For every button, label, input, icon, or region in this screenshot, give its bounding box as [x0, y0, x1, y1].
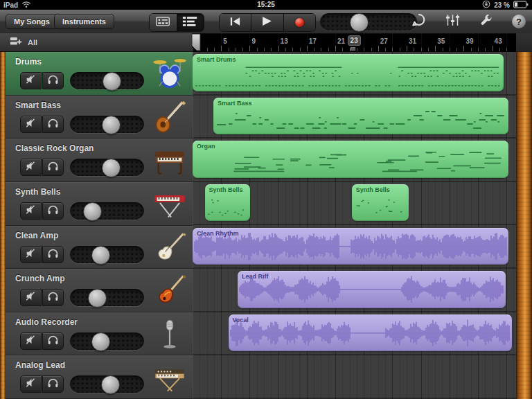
solo-button[interactable]: [42, 246, 64, 263]
track-row-analog-lead[interactable]: Analog Lead: [6, 355, 193, 399]
track-row-synth-bells[interactable]: Synth Bells: [6, 182, 193, 226]
ruler-bar-label: 27: [380, 37, 388, 45]
mute-speaker-icon: [25, 118, 37, 131]
track-volume-slider[interactable]: [70, 159, 144, 176]
mute-button[interactable]: [20, 72, 42, 89]
solo-button[interactable]: [42, 202, 64, 220]
ruler-bar-label: 9: [251, 37, 256, 45]
help-button[interactable]: ?: [510, 12, 528, 31]
volume-knob[interactable]: [91, 332, 110, 351]
record-icon: [295, 18, 304, 27]
region-smart-drums[interactable]: Smart Drums: [193, 54, 504, 91]
track-volume-slider[interactable]: [70, 332, 144, 350]
rewind-button[interactable]: [220, 14, 251, 31]
track-volume-slider[interactable]: [70, 72, 144, 89]
volume-knob[interactable]: [91, 246, 110, 265]
track-buttons: [20, 375, 64, 393]
ruler-tick: [300, 48, 301, 51]
track-volume-slider[interactable]: [70, 246, 144, 263]
master-volume-knob[interactable]: [350, 13, 369, 32]
region-smart-bass[interactable]: Smart Bass: [213, 98, 508, 135]
track-row-clean-amp[interactable]: Clean Amp: [6, 226, 193, 269]
mute-button[interactable]: [20, 246, 42, 263]
track-name: Classic Rock Organ: [15, 143, 94, 153]
bar-23-marker[interactable]: 23: [348, 35, 361, 46]
track-volume-slider[interactable]: [70, 202, 144, 220]
volume-knob[interactable]: [102, 159, 121, 177]
play-button[interactable]: [251, 14, 283, 31]
ruler-tick: [478, 48, 479, 51]
track-row-drums[interactable]: Drums: [6, 52, 193, 96]
track-row-audio-recorder[interactable]: Audio Recorder: [6, 312, 193, 356]
analog-synth-icon: [150, 358, 189, 396]
settings-button[interactable]: [477, 12, 495, 31]
region-lead-riff[interactable]: Lead Riff: [238, 271, 506, 308]
region-synth-bells[interactable]: Synth Bells: [352, 184, 409, 222]
main-area: DrumsSmart BassClassic Rock OrganSynth B…: [0, 52, 532, 399]
track-volume-slider[interactable]: [70, 289, 144, 306]
volume-knob[interactable]: [102, 116, 121, 134]
mute-button[interactable]: [20, 375, 42, 393]
solo-button[interactable]: [42, 72, 64, 89]
ruler-tick: [264, 48, 265, 51]
track-row-crunch-amp[interactable]: Crunch Amp: [6, 269, 193, 312]
play-icon: [261, 16, 273, 29]
track-settings-button[interactable]: [443, 12, 461, 31]
tracks-view-button[interactable]: [177, 14, 204, 31]
track-name: Crunch Amp: [15, 274, 65, 283]
volume-knob[interactable]: [101, 375, 120, 394]
my-songs-button[interactable]: My Songs: [6, 14, 58, 29]
ruler-tick: [456, 48, 457, 51]
track-volume-slider[interactable]: [70, 116, 144, 133]
track-filter-all[interactable]: All: [0, 33, 193, 52]
solo-button[interactable]: [42, 159, 64, 176]
mute-speaker-icon: [25, 291, 37, 304]
solo-button[interactable]: [42, 332, 64, 350]
mute-button[interactable]: [20, 159, 42, 176]
master-volume-slider[interactable]: [320, 13, 417, 30]
mute-button[interactable]: [20, 116, 42, 133]
volume-knob[interactable]: [88, 289, 107, 308]
headphones-icon: [47, 161, 59, 174]
mute-button[interactable]: [20, 289, 42, 306]
track-name: Audio Recorder: [15, 317, 78, 327]
headphones-icon: [47, 291, 59, 304]
ruler-tick: [292, 48, 293, 51]
record-button[interactable]: [283, 14, 315, 31]
track-volume-slider[interactable]: [70, 375, 144, 393]
region-vocal[interactable]: Vocal: [229, 314, 513, 352]
solo-button[interactable]: [42, 289, 64, 306]
volume-knob[interactable]: [103, 72, 121, 91]
volume-knob[interactable]: [83, 202, 102, 221]
track-row-classic-rock-organ[interactable]: Classic Rock Organ: [6, 139, 193, 182]
ruler-tick: [314, 48, 314, 51]
mute-button[interactable]: [20, 202, 42, 220]
ruler-tick: [278, 46, 279, 51]
ruler-tick: [214, 48, 215, 51]
battery-icon: [513, 1, 529, 10]
region-clean-rhythm[interactable]: Clean Rhythm: [193, 228, 508, 265]
instruments-button[interactable]: Instruments: [54, 14, 114, 29]
timeline-ruler[interactable]: 59131721273135394323: [193, 33, 516, 53]
solo-button[interactable]: [42, 116, 64, 133]
region-synth-bells[interactable]: Synth Bells: [205, 184, 251, 222]
ruler-tick: [414, 48, 414, 51]
playhead-marker[interactable]: [191, 33, 201, 55]
track-buttons: [20, 116, 64, 133]
ruler-tick: [421, 48, 422, 51]
track-buttons: [20, 72, 64, 89]
region-label: Clean Rhythm: [197, 230, 239, 237]
solo-button[interactable]: [42, 375, 64, 393]
instrument-view-button[interactable]: [150, 14, 177, 31]
region-label: Lead Riff: [242, 273, 269, 280]
track-row-smart-bass[interactable]: Smart Bass: [6, 96, 193, 139]
track-name: Clean Amp: [15, 231, 58, 240]
ruler-tick: [257, 48, 258, 51]
mute-button[interactable]: [20, 332, 42, 350]
region-organ[interactable]: Organ: [193, 141, 508, 178]
microphone-icon: [150, 315, 189, 353]
ruler-tick: [499, 48, 500, 51]
timeline[interactable]: Smart DrumsSmart BassOrganSynth BellsSyn…: [193, 52, 516, 399]
loop-browser-button[interactable]: [410, 12, 428, 31]
region-label: Organ: [197, 143, 215, 150]
